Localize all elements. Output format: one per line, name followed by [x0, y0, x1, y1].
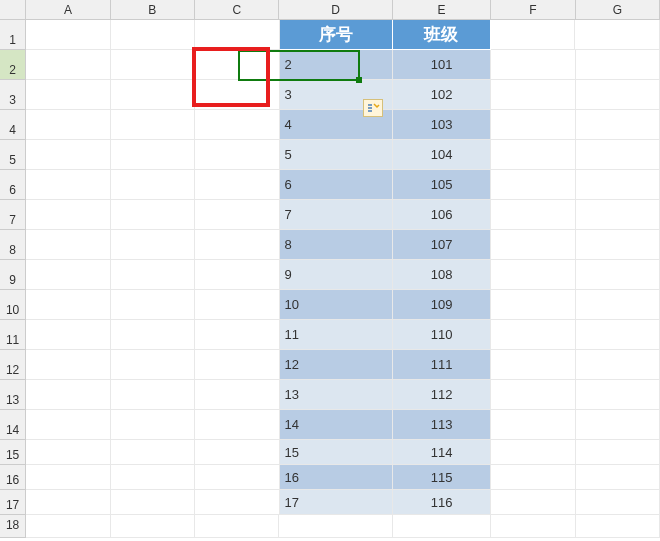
cell[interactable] — [491, 490, 575, 515]
cell[interactable] — [491, 290, 575, 320]
cell[interactable] — [26, 110, 110, 140]
row-header-8[interactable]: 8 — [0, 230, 26, 260]
cell[interactable] — [26, 410, 110, 440]
cell[interactable] — [111, 515, 195, 538]
cell[interactable] — [26, 440, 110, 465]
seq-cell[interactable]: 8 — [280, 230, 393, 260]
cell[interactable] — [491, 320, 575, 350]
seq-cell[interactable]: 17 — [280, 490, 393, 515]
cell[interactable] — [26, 515, 110, 538]
cell[interactable] — [111, 110, 195, 140]
cell[interactable] — [576, 110, 660, 140]
row-header-18[interactable]: 18 — [0, 515, 26, 538]
class-cell[interactable]: 115 — [393, 465, 491, 490]
cell[interactable] — [26, 20, 110, 50]
cell[interactable] — [26, 465, 110, 490]
cell[interactable] — [576, 320, 660, 350]
cell[interactable] — [195, 50, 279, 80]
cell[interactable] — [576, 200, 660, 230]
class-cell[interactable]: 107 — [393, 230, 491, 260]
seq-cell[interactable]: 11 — [280, 320, 393, 350]
cell[interactable] — [26, 290, 110, 320]
cell[interactable] — [195, 170, 279, 200]
col-header-e[interactable]: E — [393, 0, 491, 20]
seq-cell[interactable]: 7 — [280, 200, 393, 230]
row-header-13[interactable]: 13 — [0, 380, 26, 410]
seq-cell[interactable]: 5 — [280, 140, 393, 170]
cell[interactable] — [111, 290, 195, 320]
cell[interactable] — [576, 50, 660, 80]
cell[interactable] — [491, 50, 575, 80]
cell[interactable] — [195, 440, 279, 465]
cell[interactable] — [491, 465, 575, 490]
cell[interactable] — [26, 200, 110, 230]
cell[interactable] — [491, 440, 575, 465]
cell[interactable] — [491, 170, 575, 200]
row-header-3[interactable]: 3 — [0, 80, 26, 110]
cell[interactable] — [195, 410, 279, 440]
cell[interactable] — [111, 80, 195, 110]
class-cell[interactable]: 110 — [393, 320, 491, 350]
cell[interactable] — [195, 140, 279, 170]
row-header-2[interactable]: 2 — [0, 50, 26, 80]
row-header-16[interactable]: 16 — [0, 465, 26, 490]
class-cell[interactable]: 103 — [393, 110, 491, 140]
class-cell[interactable]: 114 — [393, 440, 491, 465]
cell[interactable] — [26, 320, 110, 350]
cell[interactable] — [111, 20, 195, 50]
cell[interactable] — [491, 380, 575, 410]
cell[interactable] — [111, 200, 195, 230]
col-header-g[interactable]: G — [576, 0, 660, 20]
cell[interactable] — [26, 80, 110, 110]
row-header-4[interactable]: 4 — [0, 110, 26, 140]
cell[interactable] — [111, 465, 195, 490]
col-header-f[interactable]: F — [491, 0, 575, 20]
cell[interactable] — [26, 260, 110, 290]
cell[interactable] — [111, 410, 195, 440]
class-cell[interactable]: 105 — [393, 170, 491, 200]
seq-cell[interactable]: 15 — [280, 440, 393, 465]
seq-cell[interactable]: 10 — [280, 290, 393, 320]
col-header-d[interactable]: D — [279, 0, 392, 20]
row-header-11[interactable]: 11 — [0, 320, 26, 350]
cell[interactable] — [195, 290, 279, 320]
cell[interactable] — [26, 380, 110, 410]
seq-cell[interactable]: 16 — [280, 465, 393, 490]
cell[interactable] — [111, 170, 195, 200]
col-header-b[interactable]: B — [111, 0, 195, 20]
class-cell[interactable]: 108 — [393, 260, 491, 290]
cell[interactable] — [491, 350, 575, 380]
cell[interactable] — [576, 230, 660, 260]
cell[interactable] — [576, 380, 660, 410]
cell[interactable] — [576, 410, 660, 440]
class-cell[interactable]: 113 — [393, 410, 491, 440]
cell[interactable] — [195, 380, 279, 410]
cell[interactable] — [26, 170, 110, 200]
cell[interactable] — [576, 515, 660, 538]
cell[interactable] — [26, 140, 110, 170]
table-header-class[interactable]: 班级 — [393, 20, 491, 50]
cell[interactable] — [491, 515, 575, 538]
class-cell[interactable]: 101 — [393, 50, 491, 80]
cell[interactable] — [111, 350, 195, 380]
row-header-5[interactable]: 5 — [0, 140, 26, 170]
cell[interactable] — [195, 350, 279, 380]
cell[interactable] — [111, 230, 195, 260]
row-header-10[interactable]: 10 — [0, 290, 26, 320]
cell[interactable] — [576, 490, 660, 515]
row-header-15[interactable]: 15 — [0, 440, 26, 465]
col-header-c[interactable]: C — [195, 0, 279, 20]
cell[interactable] — [111, 440, 195, 465]
cell[interactable] — [491, 410, 575, 440]
cell[interactable] — [111, 140, 195, 170]
cell[interactable] — [111, 320, 195, 350]
cell[interactable] — [576, 290, 660, 320]
cell[interactable] — [111, 50, 195, 80]
cell[interactable] — [111, 260, 195, 290]
cell[interactable] — [491, 80, 575, 110]
row-header-6[interactable]: 6 — [0, 170, 26, 200]
class-cell[interactable]: 106 — [393, 200, 491, 230]
cell[interactable] — [491, 110, 575, 140]
seq-cell[interactable]: 12 — [280, 350, 393, 380]
cell[interactable] — [111, 380, 195, 410]
